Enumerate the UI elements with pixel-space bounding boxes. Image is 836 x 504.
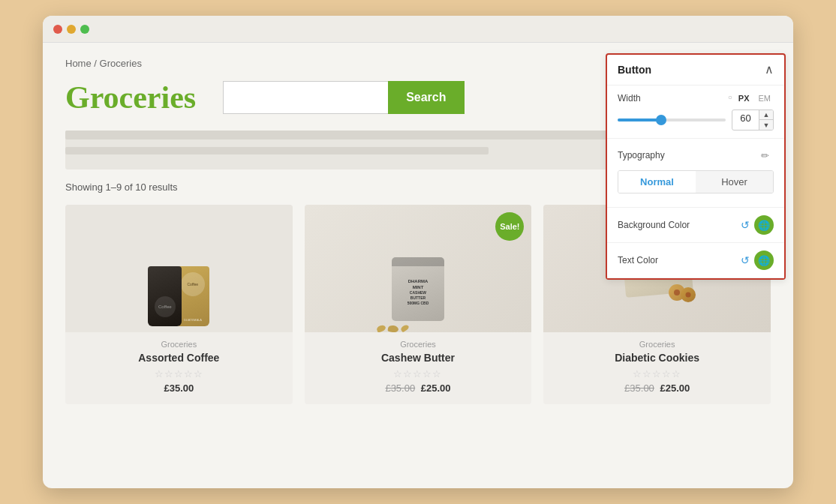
product-category: Groceries (314, 340, 523, 349)
coffee-image: Coffee Coffee GUATEMALA (65, 205, 293, 332)
jar: DHARMA MINT CASHEW BUTTER 500MG CBD (392, 257, 444, 321)
panel-title: Button (618, 64, 651, 76)
page-title: Groceries (65, 80, 196, 116)
minimize-button[interactable] (67, 25, 76, 34)
product-price: £35.00 £25.00 (314, 382, 523, 394)
unit-px-button[interactable]: PX (735, 93, 753, 104)
width-section: Width ○ PX EM 60 ▲ (607, 86, 784, 139)
panel-collapse-button[interactable]: ∧ (765, 64, 774, 76)
search-input[interactable] (223, 81, 388, 114)
text-color-swatch[interactable]: 🌐 (754, 250, 774, 270)
bag-logo: Coffee (155, 296, 176, 317)
product-info: Groceries Diabetic Cookies ☆☆☆☆☆ £35.00 … (543, 332, 771, 404)
product-card: Coffee Coffee GUATEMALA (65, 205, 293, 404)
jar-label: DHARMA MINT CASHEW BUTTER 500MG CBD (407, 278, 429, 307)
product-name: Assorted Coffee (74, 352, 284, 364)
price-original: £35.00 (624, 382, 654, 394)
banner-line-2 (65, 147, 489, 154)
results-count: Showing 1–9 of 10 results (65, 182, 178, 193)
product-stars: ☆☆☆☆☆ (74, 368, 284, 380)
product-image: Coffee Coffee GUATEMALA (65, 205, 293, 332)
bg-color-reset-button[interactable]: ↺ (741, 219, 750, 231)
text-color-section: Text Color ↺ 🌐 (607, 243, 784, 278)
bg-color-swatch[interactable]: 🌐 (754, 215, 774, 235)
product-info: Groceries Cashew Butter ☆☆☆☆☆ £35.00 £25… (305, 332, 532, 404)
jar-lid (392, 257, 444, 266)
product-name: Cashew Butter (314, 352, 523, 364)
close-button[interactable] (53, 25, 62, 34)
jar-body: DHARMA MINT CASHEW BUTTER 500MG CBD (392, 257, 444, 321)
window-controls (53, 25, 89, 34)
width-slider[interactable] (618, 118, 726, 122)
text-color-row: Text Color ↺ 🌐 (618, 250, 774, 270)
bag-origin: GUATEMALA (179, 318, 206, 322)
width-label: Width ○ PX EM (618, 93, 774, 104)
price-sale: £25.00 (421, 382, 451, 394)
stepper-up-button[interactable]: ▲ (759, 110, 773, 120)
bg-color-actions: ↺ 🌐 (741, 215, 774, 235)
state-tabs: Normal Hover (618, 170, 774, 194)
typography-label: Typography (618, 150, 665, 160)
product-price: £35.00 £25.00 (552, 382, 762, 394)
product-stars: ☆☆☆☆☆ (552, 368, 762, 380)
titlebar (43, 16, 793, 43)
tab-hover-button[interactable]: Hover (696, 171, 773, 193)
stepper-value: 60 (732, 110, 759, 130)
product-stars: ☆☆☆☆☆ (314, 368, 523, 380)
typography-row: Typography ✏ (618, 146, 774, 164)
product-name: Diabetic Cookies (552, 352, 762, 364)
unit-em-button[interactable]: EM (756, 93, 774, 104)
unit-radio-icon: ○ (728, 93, 732, 104)
product-image-cashew: Sale! DHARMA MINT CASHEW (305, 205, 532, 332)
bg-color-label: Background Color (618, 220, 690, 230)
typography-edit-button[interactable]: ✏ (756, 146, 774, 164)
text-color-actions: ↺ 🌐 (741, 250, 774, 270)
product-category: Groceries (74, 340, 284, 349)
main-content: Home / Groceries Groceries Search Showin… (43, 43, 793, 488)
width-stepper: 60 ▲ ▼ (732, 110, 774, 130)
right-panel: Button ∧ Width ○ PX EM (606, 53, 786, 280)
cookies (669, 284, 710, 302)
maximize-button[interactable] (80, 25, 89, 34)
price-sale: £25.00 (660, 382, 690, 394)
bg-color-section: Background Color ↺ 🌐 (607, 208, 784, 243)
text-color-label: Text Color (618, 255, 658, 266)
breadcrumb-home[interactable]: Home (65, 58, 92, 69)
search-container: Search (223, 81, 464, 114)
text-color-reset-button[interactable]: ↺ (741, 254, 750, 266)
slider-row: 60 ▲ ▼ (618, 110, 774, 130)
stepper-down-button[interactable]: ▼ (759, 120, 773, 130)
panel-header: Button ∧ (607, 55, 784, 86)
stepper-buttons: ▲ ▼ (759, 110, 773, 130)
product-info: Groceries Assorted Coffee ☆☆☆☆☆ £35.00 (65, 332, 293, 404)
cashews (377, 326, 409, 332)
globe-icon: 🌐 (758, 220, 770, 231)
globe-icon-2: 🌐 (758, 255, 770, 266)
coffee-bag-dark: Coffee (148, 266, 182, 326)
product-card: Sale! DHARMA MINT CASHEW (305, 205, 532, 404)
unit-toggle: ○ PX EM (728, 93, 774, 104)
search-button[interactable]: Search (388, 81, 464, 114)
product-price: £35.00 (74, 382, 284, 394)
tab-normal-button[interactable]: Normal (618, 171, 696, 193)
app-window: Home / Groceries Groceries Search Showin… (43, 16, 793, 488)
typography-section: Typography ✏ Normal Hover (607, 139, 784, 208)
slider-thumb[interactable] (656, 115, 666, 125)
bg-color-row: Background Color ↺ 🌐 (618, 215, 774, 235)
breadcrumb-current: Groceries (100, 58, 142, 69)
bag-logo-2: Coffee (181, 272, 205, 296)
price-original: £35.00 (385, 382, 415, 394)
product-category: Groceries (552, 340, 762, 349)
price-sale: £35.00 (164, 382, 194, 394)
breadcrumb-separator: / (94, 58, 97, 69)
slider-fill (618, 118, 661, 122)
